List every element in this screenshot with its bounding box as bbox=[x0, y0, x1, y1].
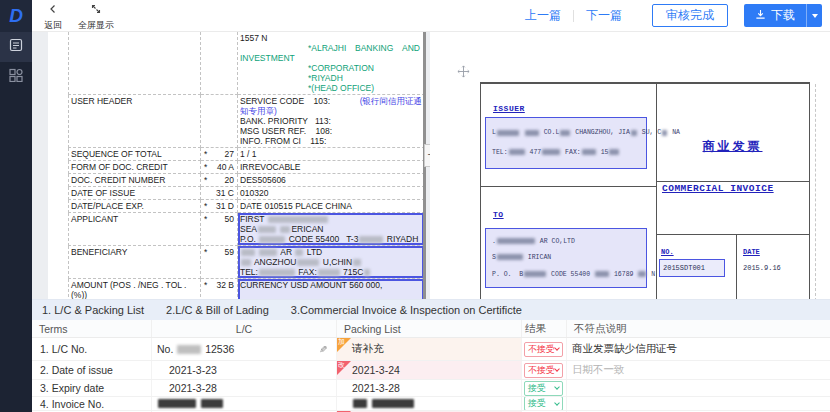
swift-value-line: INVESTMENT bbox=[240, 53, 422, 63]
result-select-value: 不接受 bbox=[528, 364, 555, 377]
text-fragment: *CORPORATION bbox=[308, 63, 374, 73]
text-fragment: INVESTMENT bbox=[240, 53, 295, 63]
swift-tag: *32 B bbox=[201, 279, 238, 300]
redacted-text bbox=[259, 236, 285, 243]
discrepancy-note-cell[interactable]: 日期不一致 bbox=[567, 361, 830, 379]
lc-document-viewer: 1557 N*ALRAJHIBANKINGANDINVESTMENT*CORPO… bbox=[32, 32, 430, 299]
back-button[interactable]: 返回 bbox=[44, 0, 62, 32]
result-select[interactable]: 不接受 bbox=[524, 342, 563, 357]
discrepancy-note-cell[interactable] bbox=[567, 380, 830, 396]
apps-grid-icon bbox=[9, 68, 23, 86]
swift-tag-code: 40 A bbox=[217, 162, 234, 172]
redacted-text bbox=[353, 399, 367, 408]
divider bbox=[573, 10, 574, 22]
swift-field-label: SEQUENCE OF TOTAL bbox=[69, 148, 201, 161]
comparison-tab-3[interactable]: 3.Commercial Invoice & Inspection on Cer… bbox=[291, 304, 522, 316]
swift-tag-code: 31 C bbox=[216, 188, 234, 198]
result-cell: 接受 bbox=[522, 397, 567, 410]
redacted-text bbox=[560, 130, 570, 136]
result-select-value: 接受 bbox=[528, 397, 546, 410]
redacted-text bbox=[177, 345, 201, 354]
text-fragment: RIYADH bbox=[384, 234, 418, 244]
comparison-tab-2[interactable]: 2.L/C & Bill of Lading bbox=[166, 304, 269, 316]
text-fragment bbox=[197, 398, 200, 410]
packing-list-value-cell bbox=[337, 397, 522, 410]
download-label: 下载 bbox=[771, 7, 795, 24]
text-fragment: 12536 bbox=[202, 343, 234, 355]
text-fragment: TEL: bbox=[240, 267, 258, 277]
result-select[interactable]: 接受 bbox=[524, 381, 563, 396]
discrepancy-note-cell[interactable] bbox=[567, 397, 830, 410]
fullscreen-label: 全屏显示 bbox=[78, 19, 114, 32]
swift-field-label: APPLICANT bbox=[69, 213, 201, 246]
redacted-text bbox=[497, 254, 523, 260]
comparison-tabs: 1. L/C & Packing List2.L/C & Bill of Lad… bbox=[32, 300, 830, 320]
result-select[interactable]: 不接受 bbox=[524, 363, 563, 378]
text-fragment: 16789 bbox=[610, 271, 637, 278]
next-article-link[interactable]: 下一篇 bbox=[586, 7, 622, 24]
swift-field-label: USER HEADER bbox=[69, 95, 201, 148]
swift-tag-code: 32 B bbox=[217, 280, 235, 290]
redacted-text bbox=[638, 271, 646, 277]
redacted-text bbox=[359, 236, 383, 243]
swift-value-line: *(HEAD OFFICE) bbox=[240, 83, 422, 93]
text-fragment: SEA bbox=[240, 224, 257, 234]
column-header-result: 结果 bbox=[522, 320, 567, 337]
swift-value-line: *CORPORATION bbox=[240, 63, 422, 73]
packing-list-value-cell: 2021-3-28 bbox=[337, 380, 522, 396]
text-fragment: 2021-3-23 bbox=[169, 364, 217, 376]
discrepancy-note-cell[interactable]: 商业发票缺少信用证号 bbox=[567, 338, 830, 360]
text-fragment: 1 / 1 bbox=[240, 149, 257, 159]
swift-row: 1557 N*ALRAJHIBANKINGANDINVESTMENT*CORPO… bbox=[69, 32, 425, 95]
download-button[interactable]: 下载 bbox=[744, 4, 806, 27]
column-header-discrepancy: 不符点说明 bbox=[567, 320, 830, 337]
text-fragment: 477 bbox=[526, 149, 542, 156]
text-fragment: N bbox=[647, 271, 655, 278]
diff-badge-label: 加 bbox=[338, 338, 345, 346]
swift-value-line: SEA ERICAN bbox=[240, 224, 422, 234]
swift-tag-code: 59 bbox=[225, 247, 234, 257]
chevron-down-icon bbox=[554, 345, 560, 351]
edit-pencil-icon[interactable]: ✎ bbox=[319, 344, 327, 355]
swift-tag-code: 20 bbox=[225, 175, 234, 185]
swift-message-table: 1557 N*ALRAJHIBANKINGANDINVESTMENT*CORPO… bbox=[68, 32, 425, 299]
result-cell: 不接受 bbox=[522, 338, 567, 360]
redacted-text bbox=[353, 259, 361, 266]
invoice-no-highlight-box: 2015SDT001 bbox=[659, 259, 725, 277]
comparison-tab-1[interactable]: 1. L/C & Packing List bbox=[42, 304, 144, 316]
text-fragment: MSG USER REF. 108: bbox=[240, 126, 332, 136]
column-header-packing-list: Packing List bbox=[337, 320, 522, 337]
result-select[interactable]: 接受 bbox=[524, 397, 563, 410]
chevron-down-icon bbox=[554, 366, 560, 372]
swift-value-line: *ALRAJHIBANKINGAND bbox=[240, 43, 422, 53]
swift-value-line: 知专用章) bbox=[240, 106, 422, 116]
to-heading: TO bbox=[493, 210, 504, 219]
invoice-border bbox=[656, 84, 657, 299]
prev-article-link[interactable]: 上一篇 bbox=[525, 7, 561, 24]
text-fragment: ANGZHOU bbox=[252, 257, 296, 267]
redacted-text bbox=[268, 216, 328, 223]
pan-move-icon[interactable] bbox=[457, 64, 470, 82]
download-dropdown-button[interactable] bbox=[806, 4, 822, 27]
review-complete-button[interactable]: 审核完成 bbox=[652, 4, 728, 27]
redacted-text bbox=[241, 259, 251, 266]
redacted-text bbox=[372, 399, 414, 408]
sidebar-item-documents[interactable] bbox=[0, 32, 32, 62]
redacted-text bbox=[524, 271, 546, 277]
text-fragment: 2021-3-28 bbox=[169, 382, 217, 394]
lc-document-page: 1557 N*ALRAJHIBANKINGANDINVESTMENT*CORPO… bbox=[48, 32, 424, 299]
chevron-down-icon bbox=[554, 400, 560, 406]
column-header-lc: L/C bbox=[152, 320, 337, 337]
term-cell: 4. Invoice No. bbox=[32, 397, 152, 410]
redacted-text bbox=[497, 238, 535, 244]
text-fragment: . bbox=[492, 238, 496, 245]
sidebar-item-apps[interactable] bbox=[0, 62, 32, 92]
table-row: 4. Invoice No. 接受 bbox=[32, 397, 830, 411]
text-fragment: CODE 55400 T-3 bbox=[286, 234, 358, 244]
redacted-text bbox=[631, 130, 637, 136]
fullscreen-button[interactable]: 全屏显示 bbox=[78, 0, 114, 32]
zoom-in-button[interactable]: + bbox=[424, 144, 430, 167]
to-line: S IRICAN bbox=[492, 254, 640, 262]
text-fragment: ERICAN bbox=[291, 224, 323, 234]
swift-value-line: 1557 N bbox=[240, 33, 422, 43]
